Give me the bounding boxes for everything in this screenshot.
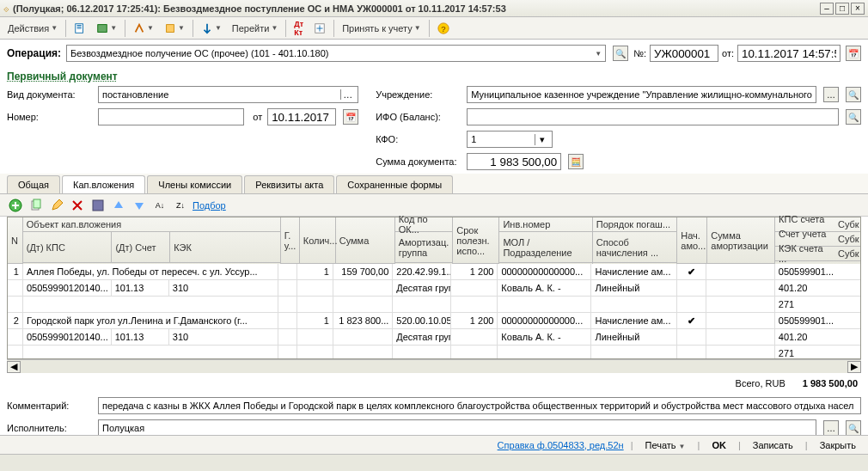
hdr-sam[interactable]: Сумма амортизации bbox=[707, 217, 774, 264]
hdr-srok[interactable]: Срок полезн. испо... bbox=[453, 217, 498, 264]
save-icon[interactable] bbox=[89, 197, 107, 214]
total-row: Всего, RUB 1 983 500,00 bbox=[0, 373, 868, 394]
main-toolbar: Действия▼ ▼ ▼ ▼ ▼ Перейти▼ ДтКт Принять … bbox=[0, 17, 868, 40]
org-label: Учреждение: bbox=[376, 89, 462, 100]
from-label: от: bbox=[722, 48, 734, 58]
doc-number[interactable] bbox=[650, 45, 718, 62]
tab-kapvlozh[interactable]: Кап.вложения bbox=[62, 175, 145, 193]
save-button[interactable]: Записать bbox=[748, 440, 798, 450]
table-row[interactable]: 2Городской парк угол ул.Ленина и Г.Даман… bbox=[8, 313, 860, 358]
sort-za-icon[interactable]: Z↓ bbox=[172, 197, 189, 214]
exec-input[interactable]: Полуцкая bbox=[98, 419, 816, 437]
tool-5[interactable]: ▼ bbox=[197, 20, 226, 37]
minimize-button[interactable]: – bbox=[820, 3, 834, 15]
exec-ell[interactable]: … bbox=[823, 420, 839, 436]
hdr-sposob[interactable]: Способ начисления ... bbox=[593, 232, 676, 263]
ifo-input[interactable] bbox=[467, 108, 839, 125]
hdr-inv[interactable]: Инв.номер bbox=[499, 217, 591, 232]
titlebar: ⟐ (Полуцкая; 06.12.2017 17:25:41): Безво… bbox=[0, 0, 868, 17]
hdr-kol[interactable]: Колич... bbox=[300, 217, 335, 264]
hdr-por[interactable]: Порядок погаш... bbox=[593, 217, 676, 232]
ok-button[interactable]: OK bbox=[706, 440, 731, 450]
maximize-button[interactable]: □ bbox=[835, 3, 849, 15]
org-ell[interactable]: … bbox=[823, 87, 839, 102]
accept-menu[interactable]: Принять к учету▼ bbox=[338, 20, 425, 37]
primary-date[interactable] bbox=[267, 108, 336, 125]
taskbar bbox=[0, 454, 868, 471]
number-input[interactable] bbox=[98, 108, 244, 125]
copy-icon[interactable] bbox=[28, 197, 45, 214]
h-scrollbar[interactable]: ◀▶ bbox=[7, 359, 861, 373]
ref-link[interactable]: Справка ф.0504833, ред.52н bbox=[498, 440, 624, 450]
tab-general[interactable]: Общая bbox=[7, 175, 60, 193]
sumdoc-input[interactable] bbox=[467, 153, 561, 170]
hdr-amort[interactable]: Амортизац. группа bbox=[395, 232, 453, 263]
grid: N Объект кап.вложения (Дт) КПС (Дт) Счет… bbox=[7, 217, 861, 359]
hdr-dtkps[interactable]: (Дт) КПС bbox=[23, 232, 113, 263]
close-button-bottom[interactable]: Закрыть bbox=[815, 440, 861, 450]
close-button[interactable]: × bbox=[851, 3, 865, 15]
edit-icon[interactable] bbox=[48, 197, 65, 214]
table-row[interactable]: 1Аллея Победы, ул. Победы от пересеч. с … bbox=[8, 264, 860, 313]
bottom-form: Комментарий: передача с казны в ЖКХ Алле… bbox=[0, 394, 868, 440]
hdr-n[interactable]: N bbox=[8, 217, 22, 264]
sumdoc-label: Сумма документа: bbox=[376, 156, 462, 167]
grid-body[interactable]: 1Аллея Победы, ул. Победы от пересеч. с … bbox=[8, 264, 860, 358]
tab-savedforms[interactable]: Сохраненные формы bbox=[336, 175, 453, 193]
tool-2[interactable]: ▼ bbox=[92, 20, 121, 37]
doc-type-input[interactable]: постановление… bbox=[98, 86, 358, 103]
svg-rect-2 bbox=[167, 24, 174, 32]
exec-search[interactable]: 🔍 bbox=[846, 420, 861, 436]
ifo-label: ИФО (Баланс): bbox=[376, 112, 462, 122]
tab-members[interactable]: Члены комиссии bbox=[147, 175, 242, 193]
hdr-sub1[interactable]: Субк bbox=[834, 217, 860, 232]
down-icon[interactable] bbox=[131, 197, 148, 214]
number-label: Номер: bbox=[7, 112, 93, 122]
hdr-nach[interactable]: Нач. амо... bbox=[677, 217, 706, 264]
calendar-icon[interactable]: 📅 bbox=[846, 46, 861, 61]
total-label: Всего, RUB bbox=[736, 378, 785, 388]
up-icon[interactable] bbox=[110, 197, 127, 214]
doc-date[interactable] bbox=[737, 45, 840, 62]
print-button[interactable]: Печать ▼ bbox=[640, 440, 691, 450]
org-search[interactable]: 🔍 bbox=[846, 87, 861, 102]
primary-doc-title: Первичный документ bbox=[0, 67, 868, 86]
exec-label: Исполнитель: bbox=[7, 423, 93, 433]
help-icon[interactable]: ? bbox=[433, 20, 454, 37]
operation-label: Операция: bbox=[7, 47, 61, 59]
tool-dtkt[interactable]: ДтКт bbox=[290, 20, 308, 37]
delete-icon[interactable] bbox=[69, 197, 86, 214]
sort-az-icon[interactable]: A↓ bbox=[151, 197, 168, 214]
tab-rekvizity[interactable]: Реквизиты акта bbox=[244, 175, 334, 193]
operation-input[interactable]: Безвоздмездное получение ОС (прочее) (10… bbox=[66, 45, 606, 62]
tool-3[interactable]: ▼ bbox=[129, 20, 158, 37]
hdr-mol[interactable]: МОЛ / Подразделение bbox=[499, 232, 591, 263]
tool-4[interactable]: ▼ bbox=[160, 20, 189, 37]
hdr-sub2[interactable]: Субк bbox=[834, 232, 860, 247]
comment-input[interactable]: передача с казны в ЖКХ Аллея Победы и Го… bbox=[98, 397, 861, 414]
hdr-kod[interactable]: Код по ОК... bbox=[395, 217, 453, 232]
calendar-icon2[interactable]: 📅 bbox=[343, 109, 358, 125]
ifo-search[interactable]: 🔍 bbox=[846, 109, 861, 125]
from-label2: от bbox=[253, 112, 262, 122]
add-icon[interactable] bbox=[7, 197, 24, 214]
hdr-sub3[interactable]: Субк bbox=[834, 247, 860, 261]
operation-search[interactable]: 🔍 bbox=[613, 46, 628, 61]
hdr-keks[interactable]: КЭК счета ... bbox=[775, 247, 834, 261]
org-input[interactable]: Муниципальное казенное учреждение ''Упра… bbox=[467, 86, 816, 103]
num-label: №: bbox=[633, 48, 646, 58]
tool-6[interactable] bbox=[309, 20, 330, 37]
tool-1[interactable] bbox=[70, 20, 90, 37]
operation-line: Операция: Безвоздмездное получение ОС (п… bbox=[0, 40, 868, 67]
hdr-kek[interactable]: КЭК bbox=[170, 232, 280, 263]
hdr-gu[interactable]: Г. у... bbox=[281, 217, 299, 264]
go-menu[interactable]: Перейти▼ bbox=[228, 20, 283, 37]
sum-calc-icon[interactable]: 🧮 bbox=[568, 154, 584, 169]
actions-menu[interactable]: Действия▼ bbox=[3, 20, 62, 37]
hdr-dtsch[interactable]: (Дт) Счет bbox=[112, 232, 170, 263]
podbor-link[interactable]: Подбор bbox=[193, 200, 226, 211]
hdr-sum[interactable]: Сумма bbox=[336, 217, 394, 264]
kfo-input[interactable]: 1▾ bbox=[467, 131, 553, 148]
hdr-obj[interactable]: Объект кап.вложения bbox=[23, 217, 280, 232]
kfo-label: КФО: bbox=[376, 134, 462, 144]
